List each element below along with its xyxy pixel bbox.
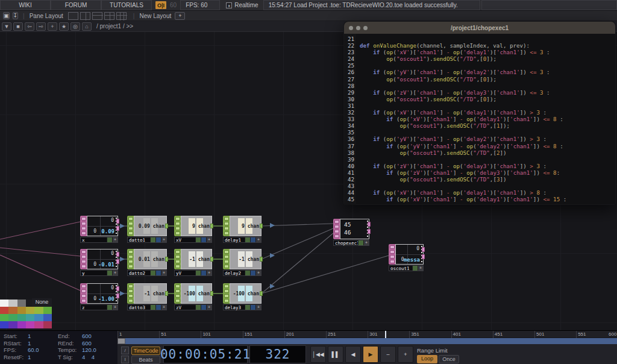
palette-swatch[interactable] [34, 321, 43, 328]
add-flag[interactable]: + [255, 271, 261, 275]
home-button[interactable]: ⌂ [82, 22, 92, 31]
add-flag[interactable]: + [206, 271, 211, 275]
output-connector[interactable] [260, 257, 263, 262]
input-connectors[interactable] [223, 216, 230, 236]
output-connector[interactable] [165, 291, 168, 296]
bypass-flag[interactable] [155, 237, 161, 242]
output-connector[interactable] [260, 224, 263, 228]
palette-swatch[interactable] [43, 321, 52, 328]
menu-forum[interactable]: FORUM [51, 0, 101, 10]
palette-swatch[interactable] [0, 300, 8, 307]
pane-layout-grid-button[interactable] [116, 12, 127, 20]
play-reverse-button[interactable]: ◀ [345, 346, 361, 363]
node-x[interactable]: 0 0 0.09 x+ [80, 216, 118, 243]
node-nameplate[interactable]: delay3+ [223, 304, 262, 310]
pane-layout-split-h-button[interactable] [92, 12, 102, 20]
node-z[interactable]: 0 0 -1.00 z+ [80, 283, 118, 310]
viewer-flag[interactable] [245, 305, 250, 310]
range-slash-button[interactable]: / [121, 347, 129, 354]
viewer-flag[interactable] [107, 305, 112, 310]
output-connector[interactable] [260, 291, 263, 296]
add-flag[interactable]: + [363, 240, 369, 245]
node-datto3[interactable]: -1 chan datto3+ [127, 283, 167, 310]
add-flag[interactable]: + [255, 305, 261, 310]
node-nameplate[interactable]: x+ [80, 237, 118, 243]
input-connectors[interactable] [80, 283, 87, 304]
node-delay2[interactable]: -1 chan delay2+ [223, 249, 262, 276]
bypass-flag[interactable] [201, 237, 206, 242]
viewer-flag[interactable] [150, 237, 155, 242]
output-connector[interactable] [116, 226, 119, 231]
palette-swatch[interactable] [17, 300, 26, 307]
save-icon[interactable]: ↧ [13, 12, 19, 19]
realtime-checkbox[interactable]: x [226, 2, 232, 8]
input-connectors[interactable] [333, 219, 340, 239]
bookmark-button[interactable]: ★ [59, 22, 69, 31]
output-connector[interactable] [368, 229, 371, 234]
input-connectors[interactable] [223, 283, 230, 304]
palette-swatch[interactable] [17, 321, 26, 328]
pane-layout-single-button[interactable] [68, 12, 78, 20]
stop-button[interactable]: ■ [13, 22, 23, 31]
output-connector[interactable] [116, 219, 119, 224]
timeline-field-value[interactable]: 1 [28, 340, 31, 347]
output-connector[interactable] [165, 224, 168, 228]
input-connectors[interactable] [174, 249, 181, 269]
output-connector[interactable] [210, 257, 213, 262]
node-chopexec1[interactable]: 4546 chopexec1+ [333, 219, 369, 246]
input-connectors[interactable] [127, 216, 134, 236]
bypass-flag[interactable] [201, 305, 206, 310]
node-nameplate[interactable]: z+ [80, 304, 118, 310]
add-flag[interactable]: + [161, 305, 166, 310]
frame-forward-button[interactable]: + [398, 346, 413, 363]
node-nameplate[interactable]: yV+ [174, 270, 212, 276]
node-datto1[interactable]: 0.09 chan datto1+ [127, 216, 167, 243]
back-arrow-button[interactable]: ⇦ [25, 22, 34, 31]
output-connector[interactable] [422, 254, 425, 259]
viewer-flag[interactable] [150, 305, 155, 310]
viewer-flag[interactable] [195, 271, 201, 275]
input-connectors[interactable] [127, 283, 134, 304]
pause-button[interactable]: ▌▌ [328, 346, 343, 363]
breadcrumb[interactable]: / project1 / >> [96, 23, 133, 30]
input-connectors[interactable] [174, 216, 181, 236]
timeline-field-value[interactable]: 120.0 [82, 347, 96, 354]
range-ibeam-button[interactable]: I [121, 356, 129, 363]
node-zV[interactable]: -100 chan zV+ [174, 283, 212, 310]
add-flag[interactable]: + [206, 237, 211, 242]
output-connector[interactable] [116, 259, 119, 264]
palette-swatch[interactable] [34, 307, 43, 314]
palette-swatch[interactable] [8, 300, 17, 307]
output-connector[interactable] [116, 286, 119, 291]
viewer-flag[interactable] [412, 266, 418, 271]
palette-none-button[interactable]: None [32, 298, 52, 306]
realtime-toggle[interactable]: x Realtime [226, 0, 258, 10]
bypass-flag[interactable] [250, 305, 255, 310]
viewer-flag[interactable] [107, 237, 112, 242]
timeline-field-value[interactable]: 4 4 [82, 354, 95, 361]
node-y[interactable]: 0 0 -0.01 y+ [80, 249, 118, 276]
add-flag[interactable]: + [206, 305, 211, 310]
pane-layout-split-v-button[interactable] [80, 12, 90, 20]
node-nameplate[interactable]: chopexec1+ [333, 240, 369, 246]
palette-swatch[interactable] [26, 307, 34, 314]
viewer-icon[interactable]: ▣ [3, 12, 10, 19]
palette-swatch[interactable] [17, 314, 26, 321]
node-nameplate[interactable]: y+ [80, 270, 118, 276]
node-nameplate[interactable]: oscout1+ [389, 265, 424, 271]
palette-swatch[interactable] [0, 307, 8, 314]
add-flag[interactable]: + [418, 266, 423, 271]
loop-button[interactable]: Loop [417, 355, 437, 363]
input-connectors[interactable] [80, 249, 87, 269]
palette-swatch[interactable] [26, 314, 34, 321]
code-editor-window[interactable]: /project1/chopexec1 21222324252627282930… [343, 21, 616, 205]
output-connector[interactable] [116, 293, 119, 298]
output-connector[interactable] [116, 252, 119, 257]
input-connectors[interactable] [223, 249, 230, 269]
output-connector[interactable] [422, 247, 425, 252]
palette-swatch[interactable] [0, 321, 8, 328]
menu-wiki[interactable]: WIKI [0, 0, 51, 10]
node-nameplate[interactable]: datto3+ [127, 304, 167, 310]
jump-to-start-button[interactable]: │◀◀ [310, 346, 326, 363]
play-forward-button[interactable]: ▶ [363, 346, 378, 363]
